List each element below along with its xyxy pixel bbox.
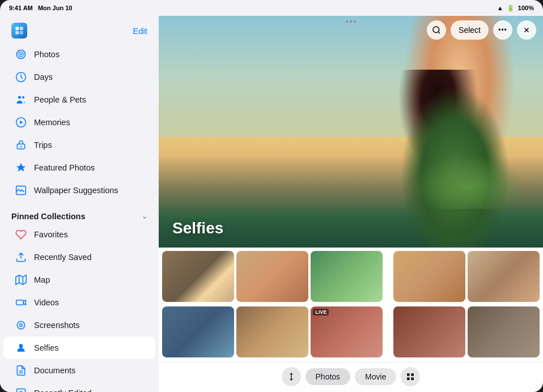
select-button[interactable]: Select <box>451 20 489 40</box>
grid-button[interactable] <box>401 367 420 386</box>
sort-button[interactable] <box>282 367 301 386</box>
sidebar-item-people-pets[interactable]: People & Pets <box>3 88 155 111</box>
photos-button[interactable]: Photos <box>306 368 351 385</box>
sidebar-label-recently-edited: Recently Edited <box>34 389 92 392</box>
sidebar-label-map: Map <box>34 275 50 284</box>
svg-rect-2 <box>15 31 19 35</box>
sidebar-item-photos[interactable]: Photos <box>3 43 155 66</box>
sidebar-item-recently-edited[interactable]: Recently Edited <box>3 382 155 392</box>
photo-thumb-6[interactable] <box>162 306 234 357</box>
search-button[interactable] <box>427 20 446 40</box>
recently-saved-icon <box>15 251 27 263</box>
top-toolbar: Select ••• <box>427 20 536 40</box>
sidebar-item-favorites[interactable]: Favorites <box>3 223 155 246</box>
sidebar: Edit Photos Days <box>0 16 159 392</box>
sidebar-label-screenshots: Screenshots <box>34 321 80 330</box>
photos-label: Photos <box>316 372 341 381</box>
wifi-icon: ▲ <box>497 5 503 11</box>
sidebar-header: Edit <box>0 16 159 43</box>
svg-rect-18 <box>16 300 24 305</box>
favorites-icon <box>15 228 27 241</box>
sidebar-item-selfies[interactable]: Selfies <box>3 336 155 359</box>
sidebar-label-memories: Memories <box>34 118 70 127</box>
svg-rect-32 <box>407 377 410 380</box>
svg-rect-3 <box>20 31 23 35</box>
svg-line-26 <box>438 32 440 33</box>
photo-thumb-5[interactable] <box>468 251 540 302</box>
sidebar-item-recently-saved[interactable]: Recently Saved <box>3 246 155 269</box>
screenshots-icon <box>15 319 27 331</box>
svg-rect-0 <box>15 27 19 30</box>
sidebar-item-trips[interactable]: Trips <box>3 134 155 156</box>
photo-row-2: LIVE <box>159 305 543 360</box>
photo-thumb-10[interactable] <box>468 306 540 357</box>
trips-icon <box>15 139 27 151</box>
days-icon <box>15 71 27 83</box>
edit-button[interactable]: Edit <box>133 26 147 36</box>
memories-icon <box>15 116 27 129</box>
movie-label: Movie <box>365 372 386 381</box>
sidebar-item-screenshots[interactable]: Screenshots <box>3 314 155 336</box>
photos-icon <box>15 48 27 61</box>
sidebar-label-favorites: Favorites <box>34 230 68 239</box>
sidebar-label-documents: Documents <box>34 366 75 375</box>
people-icon <box>15 93 27 106</box>
svg-point-4 <box>20 53 22 55</box>
svg-rect-1 <box>20 27 23 30</box>
svg-point-19 <box>20 324 23 327</box>
dot-3 <box>354 20 356 23</box>
dot-1 <box>346 20 348 23</box>
svg-rect-31 <box>412 373 414 376</box>
sidebar-label-photos: Photos <box>34 50 60 59</box>
videos-icon <box>15 296 27 309</box>
sidebar-item-featured[interactable]: Featured Photos <box>3 156 155 179</box>
sidebar-label-videos: Videos <box>34 298 59 307</box>
battery-percent: 100% <box>518 5 534 11</box>
battery-icon: 🔋 <box>507 5 515 12</box>
sidebar-item-map[interactable]: Map <box>3 269 155 291</box>
movie-button[interactable]: Movie <box>355 368 396 385</box>
sidebar-item-videos[interactable]: Videos <box>3 291 155 314</box>
svg-point-25 <box>433 27 439 33</box>
documents-icon <box>15 364 27 377</box>
more-button[interactable]: ••• <box>493 20 512 40</box>
content-area: Select ••• <box>159 16 543 392</box>
svg-point-12 <box>20 146 22 147</box>
svg-rect-30 <box>407 373 410 376</box>
photo-thumb-2[interactable] <box>236 251 308 302</box>
pinned-label: Pinned Collections <box>11 212 86 221</box>
chevron-down-icon[interactable]: ⌄ <box>142 212 147 220</box>
sidebar-item-documents[interactable]: Documents <box>3 359 155 382</box>
photo-row-1 <box>159 248 543 303</box>
sidebar-label-recently-saved: Recently Saved <box>34 253 92 262</box>
app-icon <box>11 23 27 39</box>
sidebar-item-wallpaper[interactable]: Wallpaper Suggestions <box>3 179 155 202</box>
hero-title: Selfies <box>172 219 223 237</box>
svg-marker-10 <box>20 121 23 125</box>
sidebar-item-days[interactable]: Days <box>3 66 155 88</box>
status-bar: 9:41 AM Mon Jun 10 ▲ 🔋 100% <box>0 0 543 16</box>
featured-icon <box>15 161 27 174</box>
photo-thumb-3[interactable] <box>311 251 383 302</box>
photo-thumb-7[interactable] <box>236 306 308 357</box>
photo-thumb-4[interactable] <box>393 251 465 302</box>
sidebar-label-wallpaper: Wallpaper Suggestions <box>34 186 118 195</box>
sidebar-label-days: Days <box>34 73 53 82</box>
photo-thumb-9[interactable] <box>393 306 465 357</box>
sidebar-label-people: People & Pets <box>34 95 86 104</box>
map-icon <box>15 274 27 286</box>
app-container: Edit Photos Days <box>0 16 543 392</box>
photo-thumb-1[interactable] <box>162 251 234 302</box>
recently-edited-icon <box>15 387 27 392</box>
selfies-icon <box>15 342 27 354</box>
sidebar-item-memories[interactable]: Memories <box>3 111 155 134</box>
hero-area: Selfies LIVE <box>159 16 543 362</box>
photo-thumb-8[interactable]: LIVE <box>311 306 383 357</box>
dot-2 <box>350 20 352 23</box>
close-button[interactable] <box>517 20 536 40</box>
sidebar-label-trips: Trips <box>34 140 52 150</box>
status-right: ▲ 🔋 100% <box>497 5 534 12</box>
status-time: 9:41 AM Mon Jun 10 <box>9 5 72 11</box>
svg-point-8 <box>22 96 24 99</box>
sidebar-label-selfies: Selfies <box>34 343 59 352</box>
